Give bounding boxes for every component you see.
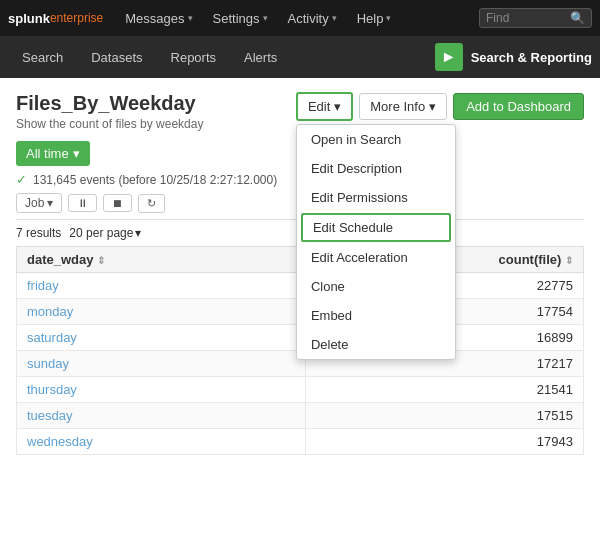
chevron-down-icon: ▾ bbox=[332, 13, 337, 23]
add-to-dashboard-label: Add to Dashboard bbox=[466, 99, 571, 114]
table-row: wednesday 17943 bbox=[17, 429, 584, 455]
nav-messages-label: Messages bbox=[125, 11, 184, 26]
report-title: Files_By_Weekday bbox=[16, 92, 203, 115]
app-icon: ► bbox=[435, 43, 463, 71]
dropdown-edit-permissions[interactable]: Edit Permissions bbox=[297, 183, 455, 212]
chevron-down-icon: ▾ bbox=[188, 13, 193, 23]
refresh-icon: ↻ bbox=[147, 197, 156, 210]
cell-count: 17943 bbox=[305, 429, 583, 455]
report-header: Files_By_Weekday Show the count of files… bbox=[16, 92, 584, 131]
sec-nav-alerts-label: Alerts bbox=[244, 50, 277, 65]
table-row: tuesday 17515 bbox=[17, 403, 584, 429]
sec-nav-alerts[interactable]: Alerts bbox=[230, 36, 291, 78]
cell-day[interactable]: sunday bbox=[17, 351, 306, 377]
dropdown-open-in-search[interactable]: Open in Search bbox=[297, 125, 455, 154]
pause-button[interactable]: ⏸ bbox=[68, 194, 97, 212]
edit-button[interactable]: Edit ▾ bbox=[296, 92, 353, 121]
dropdown-embed[interactable]: Embed bbox=[297, 301, 455, 330]
dropdown-clone[interactable]: Clone bbox=[297, 272, 455, 301]
edit-dropdown-menu: Open in Search Edit Description Edit Per… bbox=[296, 124, 456, 360]
job-button[interactable]: Job ▾ bbox=[16, 193, 62, 213]
sec-nav-reports-label: Reports bbox=[171, 50, 217, 65]
cell-day[interactable]: thursday bbox=[17, 377, 306, 403]
report-description: Show the count of files by weekday bbox=[16, 117, 203, 131]
dropdown-edit-description[interactable]: Edit Description bbox=[297, 154, 455, 183]
dropdown-delete[interactable]: Delete bbox=[297, 330, 455, 359]
per-page-label: 20 per page bbox=[69, 226, 133, 240]
cell-count: 21541 bbox=[305, 377, 583, 403]
more-info-label: More Info bbox=[370, 99, 425, 114]
stop-button[interactable]: ⏹ bbox=[103, 194, 132, 212]
chevron-down-icon: ▾ bbox=[47, 196, 53, 210]
chevron-down-icon: ▾ bbox=[429, 99, 436, 114]
more-info-button[interactable]: More Info ▾ bbox=[359, 93, 447, 120]
nav-activity-label: Activity bbox=[288, 11, 329, 26]
edit-dropdown-container: Edit ▾ Open in Search Edit Description E… bbox=[296, 92, 353, 121]
events-count-text: 131,645 events (before 10/25/18 2:27:12.… bbox=[33, 173, 277, 187]
app-badge: ► Search & Reporting bbox=[435, 43, 592, 71]
sort-icon: ⇕ bbox=[565, 255, 573, 266]
sort-icon: ⇕ bbox=[97, 255, 105, 266]
pause-icon: ⏸ bbox=[77, 197, 88, 209]
app-name-label: Search & Reporting bbox=[471, 50, 592, 65]
nav-help[interactable]: Help ▾ bbox=[347, 0, 402, 36]
cell-day[interactable]: tuesday bbox=[17, 403, 306, 429]
cell-day[interactable]: wednesday bbox=[17, 429, 306, 455]
logo-enterprise-text: enterprise bbox=[50, 11, 103, 25]
find-box[interactable]: 🔍 bbox=[479, 8, 592, 28]
time-range-label: All time bbox=[26, 146, 69, 161]
cell-day[interactable]: monday bbox=[17, 299, 306, 325]
search-icon: 🔍 bbox=[570, 11, 585, 25]
find-input[interactable] bbox=[486, 11, 566, 25]
sec-nav-datasets-label: Datasets bbox=[91, 50, 142, 65]
nav-settings[interactable]: Settings ▾ bbox=[203, 0, 278, 36]
cell-day[interactable]: saturday bbox=[17, 325, 306, 351]
sec-nav-reports[interactable]: Reports bbox=[157, 36, 231, 78]
chevron-down-icon: ▾ bbox=[386, 13, 391, 23]
col-date-wday-label: date_wday bbox=[27, 252, 93, 267]
nav-settings-label: Settings bbox=[213, 11, 260, 26]
results-count: 7 results bbox=[16, 226, 61, 240]
stop-icon: ⏹ bbox=[112, 197, 123, 209]
table-row: thursday 21541 bbox=[17, 377, 584, 403]
dropdown-edit-schedule[interactable]: Edit Schedule bbox=[301, 213, 451, 242]
chevron-down-icon: ▾ bbox=[135, 226, 141, 240]
sec-nav-search-label: Search bbox=[22, 50, 63, 65]
logo: splunkenterprise bbox=[8, 11, 103, 26]
logo-splunk-text: splunk bbox=[8, 11, 50, 26]
cell-count: 17515 bbox=[305, 403, 583, 429]
edit-button-label: Edit bbox=[308, 99, 330, 114]
chevron-down-icon: ▾ bbox=[73, 146, 80, 161]
main-content: Files_By_Weekday Show the count of files… bbox=[0, 78, 600, 455]
secondary-navbar: Search Datasets Reports Alerts ► Search … bbox=[0, 36, 600, 78]
col-header-date-wday[interactable]: date_wday ⇕ bbox=[17, 247, 306, 273]
sec-nav-search[interactable]: Search bbox=[8, 36, 77, 78]
top-navbar: splunkenterprise Messages ▾ Settings ▾ A… bbox=[0, 0, 600, 36]
add-to-dashboard-button[interactable]: Add to Dashboard bbox=[453, 93, 584, 120]
nav-help-label: Help bbox=[357, 11, 384, 26]
cell-day[interactable]: friday bbox=[17, 273, 306, 299]
refresh-button[interactable]: ↻ bbox=[138, 194, 165, 213]
chevron-down-icon: ▾ bbox=[334, 99, 341, 114]
job-label: Job bbox=[25, 196, 44, 210]
nav-activity[interactable]: Activity ▾ bbox=[278, 0, 347, 36]
dropdown-edit-acceleration[interactable]: Edit Acceleration bbox=[297, 243, 455, 272]
header-buttons: Edit ▾ Open in Search Edit Description E… bbox=[296, 92, 584, 121]
time-range-button[interactable]: All time ▾ bbox=[16, 141, 90, 166]
nav-messages[interactable]: Messages ▾ bbox=[115, 0, 202, 36]
per-page-button[interactable]: 20 per page ▾ bbox=[69, 226, 141, 240]
col-count-file-label: count(file) bbox=[499, 252, 562, 267]
app-icon-label: ► bbox=[441, 48, 457, 66]
report-title-section: Files_By_Weekday Show the count of files… bbox=[16, 92, 203, 131]
chevron-down-icon: ▾ bbox=[263, 13, 268, 23]
sec-nav-datasets[interactable]: Datasets bbox=[77, 36, 156, 78]
check-icon: ✓ bbox=[16, 172, 27, 187]
